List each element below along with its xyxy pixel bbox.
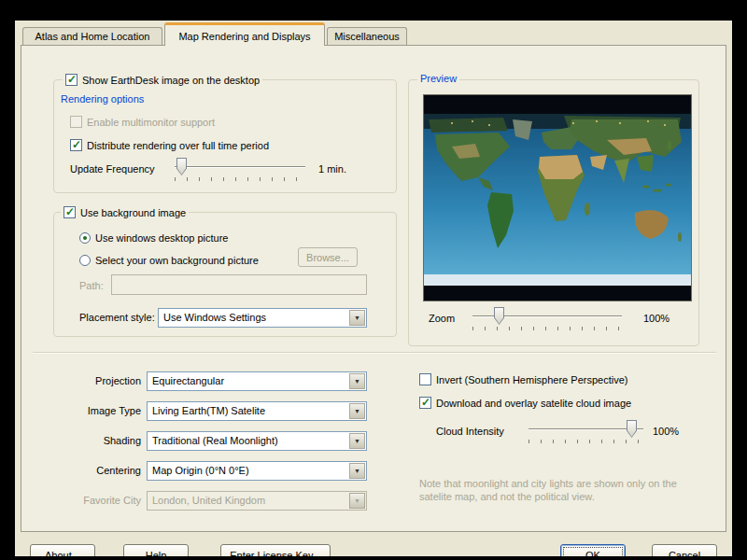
section-divider xyxy=(33,352,716,354)
tab-label: Map Rendering and Displays xyxy=(178,31,310,42)
screen: Atlas and Home Location Map Rendering an… xyxy=(0,0,747,560)
tab-label: Miscellaneous xyxy=(334,31,400,42)
zoom-value: 100% xyxy=(643,313,669,324)
shading-select[interactable]: Traditional (Real Moonlight) xyxy=(147,431,367,451)
show-earthdesk-checkbox[interactable]: Show EarthDesk image on the desktop xyxy=(63,73,262,87)
image-type-label: Image Type xyxy=(40,405,141,416)
use-background-label: Use background image xyxy=(80,207,186,218)
checkbox-box-icon xyxy=(419,373,431,385)
slider-ticks xyxy=(175,177,306,181)
multimonitor-checkbox[interactable]: Enable multimonitor support xyxy=(70,115,215,129)
tab-label: Atlas and Home Location xyxy=(35,31,150,42)
tab-page-map-rendering: Show EarthDesk image on the desktop Rend… xyxy=(21,45,726,532)
slider-ticks xyxy=(529,440,644,443)
cancel-button[interactable]: Cancel xyxy=(652,544,717,556)
centering-label: Centering xyxy=(40,465,141,476)
use-background-checkbox[interactable]: Use background image xyxy=(61,205,189,219)
zoom-slider[interactable] xyxy=(472,307,622,325)
chevron-down-icon[interactable] xyxy=(349,493,365,509)
radio-circle-icon xyxy=(79,232,91,244)
cloud-intensity-value: 100% xyxy=(653,426,679,437)
distribute-rendering-checkbox[interactable]: Distribute rendering over full time peri… xyxy=(70,138,269,152)
preview-caption: Preview xyxy=(417,73,459,84)
projection-select[interactable]: Equirectangular xyxy=(147,371,367,391)
chevron-down-icon[interactable] xyxy=(349,403,365,419)
invert-hemisphere-label: Invert (Southern Hemisphere Perspective) xyxy=(436,374,627,385)
about-button[interactable]: About... xyxy=(30,544,95,556)
checkbox-box-icon xyxy=(70,139,82,151)
moonlight-note: Note that moonlight and city lights are … xyxy=(419,477,699,503)
placement-style-label: Placement style: xyxy=(79,312,155,323)
own-background-picture-label: Select your own background picture xyxy=(95,255,259,266)
distribute-rendering-label: Distribute rendering over full time peri… xyxy=(87,140,269,151)
image-type-value: Living Earth(TM) Satelite xyxy=(152,405,347,416)
windows-desktop-picture-radio[interactable]: Use windows desktop picture xyxy=(79,231,228,245)
update-frequency-label: Update Frequency xyxy=(70,163,155,175)
favorite-city-select[interactable]: London, United Kingdom xyxy=(147,491,367,511)
chevron-down-icon[interactable] xyxy=(349,463,365,479)
cloud-overlay-checkbox[interactable]: Download and overlay satelite cloud imag… xyxy=(419,396,631,410)
world-map-image xyxy=(424,95,691,301)
checkbox-box-icon xyxy=(65,74,78,86)
rendering-options-caption: Rendering options xyxy=(61,93,144,105)
show-earthdesk-label: Show EarthDesk image on the desktop xyxy=(82,75,260,86)
tab-atlas-and-home-location[interactable]: Atlas and Home Location xyxy=(22,27,162,46)
slider-track xyxy=(529,428,643,430)
multimonitor-label: Enable multimonitor support xyxy=(87,117,215,128)
zoom-label: Zoom xyxy=(429,313,455,324)
chevron-down-icon[interactable] xyxy=(349,433,365,449)
placement-style-select[interactable]: Use Windows Settings xyxy=(158,308,367,328)
radio-circle-icon xyxy=(79,255,91,266)
checkbox-box-icon xyxy=(419,397,431,409)
slider-thumb[interactable] xyxy=(176,158,187,175)
browse-button[interactable]: Browse... xyxy=(298,247,358,267)
checkbox-box-icon xyxy=(70,116,82,128)
shading-value: Traditional (Real Moonlight) xyxy=(152,435,347,446)
slider-track xyxy=(175,166,305,168)
cloud-intensity-label: Cloud Intensity xyxy=(436,426,504,437)
slider-thumb[interactable] xyxy=(494,307,504,325)
enter-license-key-button[interactable]: Enter License Key... xyxy=(220,544,331,556)
cloud-overlay-label: Download and overlay satelite cloud imag… xyxy=(436,398,631,409)
shading-label: Shading xyxy=(40,435,141,446)
windows-desktop-picture-label: Use windows desktop picture xyxy=(95,232,228,244)
help-button[interactable]: Help xyxy=(123,544,189,556)
favorite-city-value: London, United Kingdom xyxy=(152,495,347,506)
placement-style-value: Use Windows Settings xyxy=(163,312,347,323)
checkbox-box-icon xyxy=(63,206,76,218)
slider-thumb[interactable] xyxy=(627,420,637,438)
cloud-intensity-slider[interactable] xyxy=(529,420,643,438)
path-label: Path: xyxy=(79,280,104,291)
centering-select[interactable]: Map Origin (0°N 0°E) xyxy=(147,461,367,481)
projection-value: Equirectangular xyxy=(152,375,347,386)
projection-label: Projection xyxy=(40,375,141,386)
favorite-city-label: Favorite City xyxy=(40,495,141,506)
tab-miscellaneous[interactable]: Miscellaneous xyxy=(327,27,407,46)
path-input[interactable] xyxy=(111,274,367,295)
tab-map-rendering-and-displays[interactable]: Map Rendering and Displays xyxy=(164,22,325,46)
world-map-preview xyxy=(423,94,692,301)
update-frequency-value: 1 min. xyxy=(318,163,346,175)
invert-hemisphere-checkbox[interactable]: Invert (Southern Hemisphere Perspective) xyxy=(419,372,627,386)
slider-ticks xyxy=(472,327,623,330)
own-background-picture-radio[interactable]: Select your own background picture xyxy=(79,254,259,267)
chevron-down-icon[interactable] xyxy=(349,373,365,389)
earthdesk-options-dialog: Atlas and Home Location Map Rendering an… xyxy=(15,21,732,556)
centering-value: Map Origin (0°N 0°E) xyxy=(152,465,347,476)
image-type-select[interactable]: Living Earth(TM) Satelite xyxy=(147,401,367,421)
chevron-down-icon[interactable] xyxy=(349,310,365,326)
ok-button[interactable]: OK xyxy=(560,544,626,556)
update-frequency-slider[interactable] xyxy=(175,158,305,175)
